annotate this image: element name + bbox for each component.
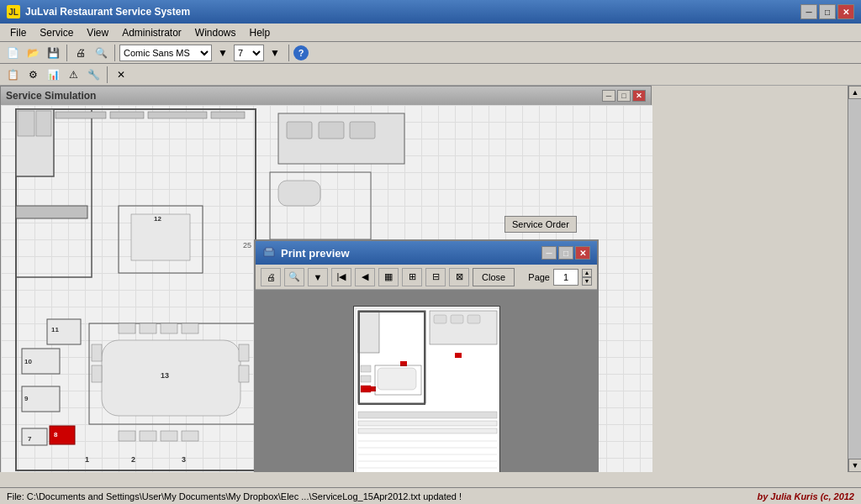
pp-zoom-btn[interactable]: 🔍 [284,268,304,286]
svg-rect-72 [358,412,497,418]
svg-rect-73 [358,421,497,426]
pp-layout1-btn[interactable]: ▦ [378,268,399,286]
tb2-btn2[interactable]: ⚙ [24,66,42,84]
sep4 [107,66,108,83]
svg-rect-74 [358,428,497,433]
status-right: by Julia Kuris (c, 2012 [757,491,854,501]
svg-rect-14 [92,344,102,361]
new-button[interactable]: 📄 [3,44,22,62]
pp-layout4-btn[interactable]: ⊠ [449,268,469,286]
svg-rect-63 [361,375,371,382]
pp-maximize[interactable]: □ [558,246,573,260]
svg-rect-5 [55,112,106,118]
svg-rect-13 [102,340,240,416]
menu-service[interactable]: Service [33,25,80,40]
tb2-btn3[interactable]: 📊 [44,66,62,84]
pp-close[interactable]: ✕ [575,246,590,260]
maximize-button[interactable]: □ [819,4,836,19]
tb2-btn5[interactable]: 🔧 [84,66,103,84]
print-button[interactable]: 🖨 [71,44,90,62]
menu-view[interactable]: View [80,25,115,40]
separator-2 [114,45,115,61]
svg-rect-8 [211,112,245,118]
vertical-scrollbar: ▲ ▼ [848,86,861,472]
pp-page-input[interactable] [553,269,578,286]
svg-rect-62 [361,365,371,372]
svg-rect-54 [358,311,379,353]
pp-page-preview [353,306,500,472]
status-bar: File: C:\Documents and Settings\User\My … [0,487,861,504]
pp-toolbar: 🖨 🔍 ▼ |◀ ◀ ▦ ⊞ ⊟ ⊠ Close Page ▲ ▼ [256,265,597,290]
tb2-btn6[interactable]: ✕ [112,66,130,84]
pp-icon [262,246,276,260]
save-button[interactable]: 💾 [44,44,62,62]
open-button[interactable]: 📂 [24,44,42,62]
pp-page-label: Page ▲ ▼ [528,269,592,286]
size-dropdown[interactable]: ▼ [266,44,284,62]
print-preview-window: Print preview ─ □ ✕ 🖨 🔍 ▼ |◀ ◀ ▦ ⊞ ⊟ ⊠ C… [254,239,599,472]
title-bar: JL JuLvai Restaurant Service System ─ □ … [0,0,861,24]
pp-layout3-btn[interactable]: ⊟ [425,268,446,286]
menu-administrator[interactable]: Administrator [115,25,188,40]
menu-windows[interactable]: Windows [188,25,243,40]
pp-close-button[interactable]: Close [473,268,515,286]
pp-title-bar: Print preview ─ □ ✕ [256,241,597,265]
svg-rect-16 [239,344,249,361]
minimize-button[interactable]: ─ [800,4,817,19]
svg-text:1: 1 [85,455,89,464]
svg-rect-7 [148,112,207,118]
svg-rect-71 [455,353,462,358]
menu-file[interactable]: File [3,25,33,40]
svg-rect-70 [467,315,480,323]
svg-rect-39 [319,122,344,139]
pp-minimize[interactable]: ─ [541,246,557,260]
sim-close[interactable]: ✕ [632,90,646,102]
svg-rect-20 [161,323,177,333]
svg-rect-15 [92,365,102,382]
sim-minimize[interactable]: ─ [602,90,615,102]
svg-rect-21 [182,323,198,333]
svg-text:11: 11 [51,326,59,333]
svg-rect-6 [110,112,144,118]
svg-text:10: 10 [24,358,32,365]
font-dropdown[interactable]: ▼ [214,44,232,62]
scroll-track[interactable] [848,99,861,459]
preview-button[interactable]: 🔍 [92,44,110,62]
pp-page-up[interactable]: ▲ [582,269,592,277]
pp-print-btn[interactable]: 🖨 [261,268,281,286]
pp-zoom-dropdown[interactable]: ▼ [308,268,328,286]
pp-content [256,290,597,472]
svg-rect-24 [161,431,177,441]
sim-controls: ─ □ ✕ [602,90,646,102]
svg-rect-22 [119,431,135,441]
svg-rect-18 [119,323,135,333]
svg-rect-17 [239,365,249,382]
scroll-down[interactable]: ▼ [848,459,861,472]
sim-title: Service Simulation [6,90,96,102]
toolbar-1: 📄 📂 💾 🖨 🔍 Comic Sans MS ▼ 7 ▼ ? [0,42,861,64]
scroll-up[interactable]: ▲ [848,86,861,99]
pp-prev-btn[interactable]: ◀ [355,268,375,286]
svg-rect-29 [22,428,47,445]
svg-text:13: 13 [161,371,169,380]
font-size-select[interactable]: 7 [234,45,264,61]
tb2-btn1[interactable]: 📋 [3,66,22,84]
svg-rect-57 [358,403,425,405]
svg-rect-40 [350,122,375,139]
svg-text:2: 2 [131,455,135,464]
pp-page-down[interactable]: ▼ [582,277,592,286]
help-button[interactable]: ? [293,45,309,60]
pp-first-btn[interactable]: |◀ [331,268,351,286]
close-button[interactable]: ✕ [837,4,854,19]
pp-layout2-btn[interactable]: ⊞ [402,268,422,286]
font-select[interactable]: Comic Sans MS [119,45,212,61]
svg-rect-58 [424,311,425,403]
svg-text:8: 8 [54,431,58,438]
svg-rect-56 [358,311,360,403]
tb2-btn4[interactable]: ⚠ [64,66,82,84]
sim-maximize[interactable]: □ [617,90,631,102]
svg-rect-9 [16,206,87,218]
menu-help[interactable]: Help [243,25,277,40]
svg-rect-64 [361,386,371,392]
service-order-tab[interactable]: Service Order [504,216,577,233]
